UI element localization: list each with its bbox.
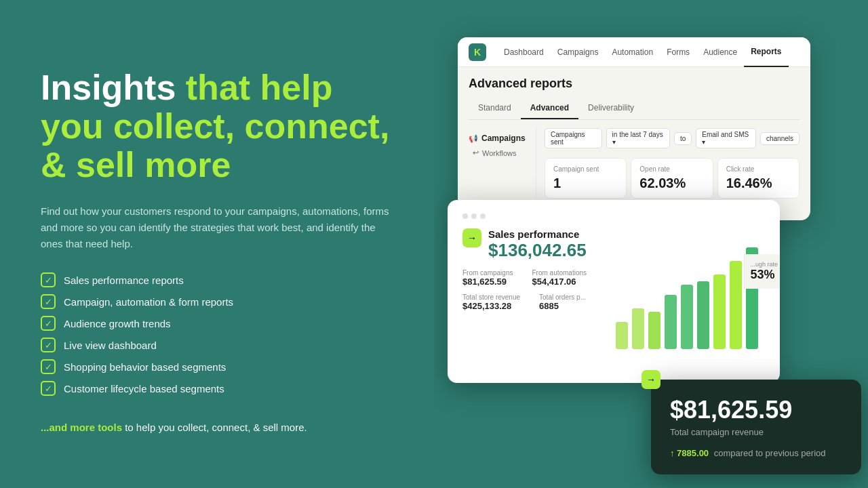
revenue-card: → $81,625.59 Total campaign revenue ↑ 78… [651, 380, 861, 474]
check-icon: ✓ [41, 294, 56, 309]
nav-reports[interactable]: Reports [744, 37, 788, 67]
svg-rect-5 [697, 281, 709, 349]
checklist-item-1: Sales performance reports [64, 274, 184, 286]
filter-period[interactable]: in the last 7 days ▾ [606, 128, 670, 148]
filter-channels: channels [760, 132, 800, 145]
stat-label-1: Campaign sent [553, 165, 618, 173]
stat-label-2: Open rate [639, 165, 704, 173]
sales-icon: → [462, 228, 481, 247]
svg-rect-4 [681, 285, 693, 349]
check-icon: ✓ [41, 338, 56, 352]
total-orders: Total orders p... 6885 [539, 293, 586, 311]
reports-tabs: Standard Advanced Deliverability [469, 99, 800, 120]
from-automations-label: From automations [532, 269, 587, 277]
through-rate-label: ...ugh rate [750, 261, 778, 268]
revenue-icon: → [642, 370, 660, 389]
stat-open-rate: Open rate 62.03% [631, 158, 713, 199]
stat-value-3: 16.46% [726, 176, 791, 191]
list-item: ✓ Shopping behavior based segments [41, 359, 400, 374]
nav-forms[interactable]: Forms [660, 37, 696, 67]
dot-2 [471, 214, 477, 219]
bar-chart [616, 241, 765, 349]
checklist-item-2: Campaign, automation & form reports [64, 296, 233, 308]
checklist-item-5: Shopping behavior based segments [64, 361, 226, 373]
app-logo: K [469, 43, 486, 61]
filter-to: to [674, 132, 692, 145]
reports-sidebar: 📢 Campaigns ↩ Workflows [469, 128, 536, 199]
headline-white: Insights [41, 68, 176, 107]
nav-audience[interactable]: Audience [696, 37, 744, 67]
sales-title: Sales performance [488, 228, 587, 240]
tab-deliverability[interactable]: Deliverability [578, 99, 644, 119]
stat-click-rate: Click rate 16.46% [717, 158, 800, 199]
subtitle: Find out how your customers respond to y… [41, 203, 393, 252]
reports-layout: 📢 Campaigns ↩ Workflows Campaigns sent i… [469, 128, 800, 199]
total-orders-label: Total orders p... [539, 293, 586, 301]
more-tools-accent: ...and more tools [41, 422, 122, 433]
from-automations-value: $54,417.06 [532, 277, 587, 287]
revenue-change: ↑ 7885.00 compared to previous period [670, 448, 842, 458]
svg-rect-3 [665, 295, 677, 349]
revenue-change-text: compared to previous period [714, 448, 826, 458]
checklist: ✓ Sales performance reports ✓ Campaign, … [41, 272, 400, 403]
filter-sent-label: Campaigns sent [545, 128, 602, 148]
stat-campaign-sent: Campaign sent 1 [545, 158, 627, 199]
campaigns-label: Campaigns [481, 134, 526, 143]
stat-value-2: 62.03% [639, 176, 704, 191]
from-campaigns-value: $81,625.59 [462, 277, 513, 287]
total-store-value: $425,133.28 [462, 301, 520, 311]
svg-rect-1 [632, 308, 644, 349]
revenue-label: Total campaign revenue [670, 427, 842, 437]
sales-amount: $136,042.65 [488, 240, 587, 261]
through-rate-value: 53% [750, 268, 778, 282]
campaigns-icon: 📢 [469, 134, 478, 143]
total-store-label: Total store revenue [462, 293, 520, 301]
check-icon: ✓ [41, 381, 56, 396]
svg-rect-7 [730, 261, 742, 349]
stat-value-1: 1 [553, 176, 618, 191]
window-nav: K Dashboard Campaigns Automation Forms A… [458, 37, 810, 67]
left-panel: Insights that help you collect, connect,… [0, 0, 434, 488]
revenue-amount: $81,625.59 [670, 396, 842, 424]
sales-window: → Sales performance $136,042.65 From cam… [448, 200, 780, 383]
check-icon: ✓ [41, 316, 56, 331]
checklist-item-6: Customer lifecycle based segments [64, 383, 224, 394]
workflows-label: Workflows [482, 149, 517, 157]
dot-3 [480, 214, 486, 219]
list-item: ✓ Live view dashboard [41, 338, 400, 352]
headline: Insights that help you collect, connect,… [41, 68, 400, 185]
reports-title: Advanced reports [469, 77, 800, 91]
stat-label-3: Click rate [726, 165, 791, 173]
filter-bar: Campaigns sent in the last 7 days ▾ to E… [545, 128, 800, 148]
revenue-change-up: ↑ 7885.00 [670, 448, 709, 458]
from-campaigns: From campaigns $81,625.59 [462, 269, 513, 287]
through-rate-badge: ...ugh rate 53% [744, 254, 780, 289]
more-tools-text: ...and more tools to help you collect, c… [41, 422, 400, 433]
more-tools-rest: to help you collect, connect, & sell mor… [125, 422, 307, 433]
sales-info: Sales performance $136,042.65 [488, 228, 587, 266]
right-panel: K Dashboard Campaigns Automation Forms A… [434, 0, 868, 488]
total-store: Total store revenue $425,133.28 [462, 293, 520, 311]
checklist-item-3: Audience growth trends [64, 318, 171, 329]
filter-channel[interactable]: Email and SMS ▾ [696, 128, 756, 148]
tab-standard[interactable]: Standard [469, 99, 521, 119]
nav-automation[interactable]: Automation [605, 37, 660, 67]
reports-main: Campaigns sent in the last 7 days ▾ to E… [545, 128, 800, 199]
nav-campaigns[interactable]: Campaigns [551, 37, 606, 67]
workflows-section[interactable]: ↩ Workflows [469, 147, 536, 159]
campaigns-section[interactable]: 📢 Campaigns [469, 134, 536, 143]
svg-rect-2 [648, 312, 660, 349]
check-icon: ✓ [41, 272, 56, 287]
svg-rect-0 [616, 322, 628, 349]
tab-advanced[interactable]: Advanced [521, 99, 578, 119]
nav-dashboard[interactable]: Dashboard [497, 37, 551, 67]
total-orders-value: 6885 [539, 301, 586, 311]
dot-1 [462, 214, 468, 219]
reports-content: Advanced reports Standard Advanced Deliv… [458, 67, 810, 208]
workflows-icon: ↩ [473, 148, 479, 157]
from-automations: From automations $54,417.06 [532, 269, 587, 287]
window-dots [462, 214, 765, 219]
reports-window: K Dashboard Campaigns Automation Forms A… [458, 37, 810, 220]
check-icon: ✓ [41, 359, 56, 374]
svg-rect-6 [713, 274, 726, 349]
